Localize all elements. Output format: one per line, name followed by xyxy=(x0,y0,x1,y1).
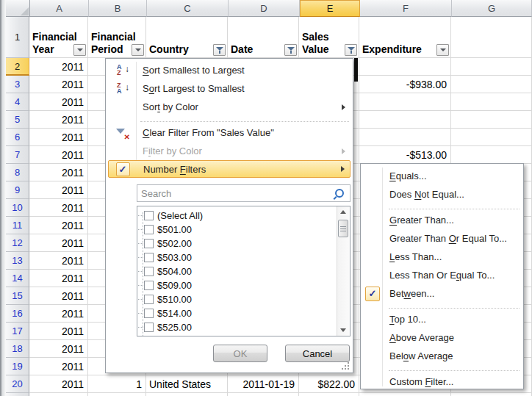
row-header[interactable]: 3 xyxy=(6,76,29,93)
cell-col-E[interactable] xyxy=(299,393,359,396)
row-header[interactable]: 15 xyxy=(6,287,29,305)
scrollbar-thumb[interactable] xyxy=(338,220,348,237)
submenu-item[interactable]: Above Average xyxy=(363,328,521,347)
row-header[interactable]: 9 xyxy=(6,181,29,199)
cell-E1[interactable]: Sales Value xyxy=(299,17,359,58)
cell-col-G[interactable] xyxy=(451,146,532,164)
checkbox[interactable] xyxy=(144,253,154,262)
filter-value-item[interactable]: $510.00 xyxy=(137,292,337,306)
cell-col-A[interactable]: 2011 xyxy=(29,323,88,340)
cell-col-A[interactable]: 2011 xyxy=(29,217,88,234)
filter-menu-item[interactable]: Clear Filter From "Sales Value" xyxy=(108,123,351,142)
cell-col-G[interactable] xyxy=(451,129,532,146)
cell-col-G[interactable] xyxy=(451,76,532,93)
filter-menu-item[interactable]: Sort Smallest to Largest xyxy=(108,61,351,79)
column-header-F[interactable]: F xyxy=(360,0,452,17)
cell-col-G[interactable] xyxy=(451,93,532,111)
cell-col-A[interactable]: 2011 xyxy=(29,129,88,146)
submenu-item[interactable]: Does Not Equal... xyxy=(363,185,521,204)
cell-col-C[interactable]: United States xyxy=(146,375,228,393)
row-header[interactable]: 5 xyxy=(6,111,29,129)
checkbox[interactable] xyxy=(144,281,154,290)
submenu-item[interactable]: Below Average xyxy=(363,347,521,365)
filter-menu-item[interactable] xyxy=(140,116,349,122)
checkbox[interactable] xyxy=(144,225,154,234)
submenu-item[interactable]: Greater Than Or Equal To... xyxy=(363,229,521,248)
row-header[interactable]: 6 xyxy=(6,129,29,146)
filter-value-item[interactable]: $501.00 xyxy=(137,223,337,237)
row-header[interactable]: 16 xyxy=(6,305,29,323)
cell-col-F[interactable] xyxy=(359,93,451,111)
cell-col-B[interactable] xyxy=(88,393,146,396)
column-header-E-selected[interactable]: E xyxy=(300,0,360,17)
cell-col-A[interactable]: 2011 xyxy=(29,234,88,252)
column-header-A[interactable]: A xyxy=(30,0,89,17)
cell-col-F[interactable]: -$938.00 xyxy=(359,76,451,93)
filter-value-item[interactable]: $503.00 xyxy=(137,251,337,264)
cell-G1[interactable] xyxy=(451,17,532,58)
submenu-item[interactable] xyxy=(389,365,520,371)
filter-funnel-icon[interactable] xyxy=(284,44,297,56)
row-header[interactable]: 17 xyxy=(6,323,29,340)
submenu-item[interactable]: Less Than... xyxy=(363,248,521,266)
checkbox[interactable] xyxy=(144,309,154,318)
cell-col-F[interactable] xyxy=(359,58,451,76)
resize-grip[interactable] xyxy=(342,362,350,370)
dropdown-arrow-icon[interactable] xyxy=(73,44,86,56)
filter-value-item[interactable]: $514.00 xyxy=(137,306,337,320)
cell-col-F[interactable] xyxy=(359,111,451,129)
cell-col-D[interactable] xyxy=(228,393,299,396)
row-header[interactable]: 13 xyxy=(6,252,29,270)
select-all-corner[interactable] xyxy=(6,0,30,17)
cell-col-A[interactable]: 2011 xyxy=(29,375,88,393)
row-header[interactable]: 7 xyxy=(6,146,29,164)
cell-B1[interactable]: Financial Period xyxy=(88,17,146,58)
submenu-item[interactable]: Top 10... xyxy=(363,310,521,328)
checkbox[interactable] xyxy=(144,211,154,220)
cell-F1[interactable]: Expenditure xyxy=(359,17,451,58)
row-header[interactable]: 11 xyxy=(6,217,29,234)
search-input[interactable]: Search xyxy=(141,188,335,199)
submenu-item[interactable]: Custom Filter... xyxy=(363,372,521,391)
cell-col-B[interactable]: 1 xyxy=(88,375,146,393)
submenu-item[interactable]: Less Than Or Equal To... xyxy=(363,266,521,284)
cell-col-A[interactable]: 2011 xyxy=(29,111,88,129)
row-header[interactable]: 2 xyxy=(6,58,29,76)
cell-col-C[interactable] xyxy=(146,393,228,396)
cell-col-A[interactable]: 2011 xyxy=(29,270,88,287)
row-header[interactable]: 12 xyxy=(6,234,29,252)
row-header[interactable]: 18 xyxy=(6,340,29,358)
submenu-item[interactable]: Equals... xyxy=(363,167,521,185)
column-header-B[interactable]: B xyxy=(89,0,147,17)
cell-col-E[interactable]: $822.00 xyxy=(299,375,359,393)
cancel-button[interactable]: Cancel xyxy=(285,345,350,362)
row-header[interactable]: 8 xyxy=(6,164,29,181)
cell-col-G[interactable] xyxy=(451,58,532,76)
cell-col-F[interactable] xyxy=(359,129,451,146)
cell-col-A[interactable]: 2011 xyxy=(29,305,88,323)
cell-col-A[interactable]: 2011 xyxy=(29,358,88,375)
row-header[interactable]: 20 xyxy=(6,375,29,393)
filter-menu-item[interactable]: Sort Largest to Smallest xyxy=(108,79,351,98)
cell-col-A[interactable]: 2011 xyxy=(29,287,88,305)
filter-menu-item[interactable]: Filter by Color xyxy=(108,142,351,160)
filter-value-item[interactable] xyxy=(137,334,337,336)
cell-col-D[interactable]: 2011-01-19 xyxy=(228,375,299,393)
row-header[interactable]: 14 xyxy=(6,270,29,287)
cell-col-A[interactable]: 2011 xyxy=(29,93,88,111)
filter-value-item[interactable]: $504.00 xyxy=(137,264,337,278)
submenu-item[interactable] xyxy=(389,204,520,209)
cell-col-A[interactable]: 2011 xyxy=(29,252,88,270)
submenu-item[interactable]: Between... xyxy=(363,284,521,303)
filter-funnel-icon[interactable] xyxy=(213,44,226,56)
ok-button[interactable]: OK xyxy=(213,345,267,362)
filter-value-item[interactable]: (Select All) xyxy=(137,209,337,223)
column-header-G[interactable]: G xyxy=(452,0,532,17)
cell-col-A[interactable]: 2011 xyxy=(29,58,88,76)
submenu-item[interactable] xyxy=(389,303,520,309)
filter-value-item[interactable]: $525.00 xyxy=(137,320,337,334)
search-box[interactable]: Search xyxy=(137,184,351,202)
dropdown-arrow-icon[interactable] xyxy=(132,44,144,56)
dropdown-arrow-icon[interactable] xyxy=(436,44,449,56)
scroll-up-icon[interactable] xyxy=(340,210,346,214)
